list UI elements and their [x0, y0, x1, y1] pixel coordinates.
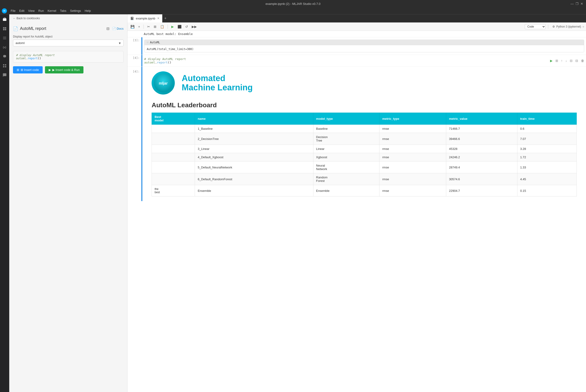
- menu-file[interactable]: File: [9, 8, 18, 14]
- menu-edit[interactable]: Edit: [18, 8, 26, 14]
- row-3-metric-type: rmse: [379, 145, 446, 153]
- row-6-metric-type: rmse: [379, 173, 446, 185]
- row-3-model-type: Linear: [313, 145, 379, 153]
- delete-cell-btn[interactable]: 🗑: [580, 58, 585, 63]
- notebook-tab-active[interactable]: 📓 example.ipynb ✕: [128, 14, 163, 22]
- row-4-best: [152, 153, 195, 162]
- row-6-metric-value: 30574.6: [446, 173, 517, 185]
- files-activity-icon[interactable]: [2, 16, 8, 23]
- insert-run-button[interactable]: ▶ ▶ Insert code & Run: [45, 66, 84, 74]
- menu-view[interactable]: View: [26, 8, 37, 14]
- row-1-name: 1_Baseline: [195, 125, 313, 133]
- stop-button[interactable]: ⬛: [176, 24, 183, 29]
- restart-button[interactable]: ↺: [184, 24, 189, 29]
- row-7-best: thebest: [152, 185, 195, 196]
- toolbar-separator-1: [144, 24, 144, 29]
- run-cell-btn[interactable]: ▶: [549, 58, 553, 63]
- back-to-cookbooks[interactable]: ← Back to cookbooks: [9, 14, 127, 22]
- cell-type-select[interactable]: Code Markdown Raw: [525, 24, 546, 29]
- kernel-name: Python 3 (ipykernel): [556, 25, 581, 28]
- left-panel: ← Back to cookbooks 📄 AutoML report ⊟ 📄 …: [9, 14, 128, 392]
- cell-4-parens: (): [168, 61, 172, 64]
- toolbar-separator-2: [168, 24, 168, 29]
- menu-kernel[interactable]: Kernel: [46, 8, 58, 14]
- row-4-name: 4_Default_Xgboost: [195, 153, 313, 162]
- row-5-best: [152, 162, 195, 173]
- menu-run[interactable]: Run: [37, 8, 46, 14]
- add-cell-button[interactable]: +: [137, 24, 141, 29]
- row-7-model-type: Ensemble: [313, 185, 379, 196]
- notebook-toolbar: 💾 + ✂ ⊞ 📋 ▶ ⬛ ↺ ▶▶ Code Markdown Raw ⚙ P…: [128, 22, 586, 31]
- variables-activity-icon[interactable]: {x}: [2, 44, 8, 50]
- row-7-name: Ensemble: [195, 185, 313, 196]
- mljar-automated-text: Automated: [182, 74, 253, 83]
- tooltip-content: AutoML(total_time_limit=300): [147, 46, 581, 51]
- table-row: 4_Default_Xgboost Xgboost rmse 24246.2 1…: [152, 153, 577, 162]
- docs-link[interactable]: 📄 Docs: [112, 26, 124, 31]
- cell-4-number: [4]:: [133, 56, 140, 60]
- row-3-best: [152, 145, 195, 153]
- leaderboard-title: AutoML Leaderboard: [152, 102, 577, 109]
- row-5-metric-type: rmse: [379, 162, 446, 173]
- row-1-metric-type: rmse: [379, 125, 446, 133]
- row-6-name: 6_Default_RandomForest: [195, 173, 313, 185]
- list-activity-icon[interactable]: [2, 35, 8, 41]
- cell-4-body[interactable]: # display AutoML report automl.report(): [142, 55, 548, 66]
- row-2-train-time: 7.07: [517, 133, 577, 145]
- cell-4-actions: ▶ ⊞ ↑ ↓ ⊟ ⊟ 🗑: [548, 55, 586, 66]
- insert-code-button[interactable]: ⊞ ⊞ Insert code: [13, 66, 43, 74]
- automl-select[interactable]: automl: [13, 40, 124, 46]
- insert-run-label: ▶ Insert code & Run: [52, 68, 80, 72]
- copy-button[interactable]: ⊞: [153, 24, 158, 29]
- menu-tabs[interactable]: Tabs: [58, 8, 68, 14]
- copy-cell-btn[interactable]: ⊞: [554, 58, 559, 63]
- grid-activity-icon[interactable]: [2, 26, 8, 32]
- cell-4-dot: .: [155, 61, 157, 64]
- button-row: ⊞ ⊞ Insert code ▶ ▶ Insert code & Run: [13, 66, 124, 74]
- minimize-button[interactable]: —: [570, 2, 574, 6]
- collapse-icon[interactable]: ⊟: [106, 26, 110, 31]
- col-metric-value: metric_value: [446, 113, 517, 125]
- table-row-best: thebest Ensemble Ensemble rmse 22904.7 0…: [152, 185, 577, 196]
- chat-activity-icon[interactable]: [2, 72, 8, 78]
- close-button[interactable]: ✕: [580, 2, 583, 6]
- add-after-btn[interactable]: ⊟: [574, 58, 579, 63]
- row-2-metric-value: 39466.6: [446, 133, 517, 145]
- paste-button[interactable]: 📋: [159, 24, 165, 29]
- row-7-metric-type: rmse: [379, 185, 446, 196]
- restart-run-button[interactable]: ▶▶: [191, 24, 198, 29]
- move-up-btn[interactable]: ↑: [560, 58, 563, 63]
- move-down-btn[interactable]: ↓: [564, 58, 568, 63]
- kernel-settings-icon[interactable]: ⚙: [552, 25, 555, 28]
- row-6-model-type: RandomForest: [313, 173, 379, 185]
- notebook-content[interactable]: AutoML best model: Ensemble [3]: AutoML …: [128, 31, 586, 392]
- save-button[interactable]: 💾: [129, 24, 136, 29]
- menu-settings[interactable]: Settings: [68, 8, 83, 14]
- menu-help[interactable]: Help: [83, 8, 93, 14]
- tab-close-icon[interactable]: ✕: [157, 17, 160, 20]
- cell-4-output-body: mljar Automated Machine Learning AutoML …: [142, 67, 586, 201]
- panel-title-text: AutoML report: [20, 26, 46, 31]
- row-4-metric-value: 24246.2: [446, 153, 517, 162]
- cell-3-tooltip: AutoML AutoML(total_time_limit=300): [144, 40, 584, 52]
- database-activity-icon[interactable]: [2, 53, 8, 60]
- cell-3-number: [3]:: [133, 39, 140, 42]
- row-7-train-time: 0.15: [517, 185, 577, 196]
- restore-button[interactable]: ❐: [575, 2, 578, 6]
- row-1-metric-value: 71466.7: [446, 125, 517, 133]
- menu-bar: m File Edit View Run Kernel Tabs Setting…: [0, 8, 586, 14]
- cut-button[interactable]: ✂: [146, 24, 151, 29]
- svg-text:mljar: mljar: [159, 81, 168, 85]
- svg-rect-1: [3, 64, 4, 65]
- row-2-model-type: DecisionTree: [313, 133, 379, 145]
- row-3-train-time: 3.28: [517, 145, 577, 153]
- mljar-ml-text: Machine Learning: [182, 83, 253, 92]
- app-logo: m: [2, 8, 7, 14]
- table-row: 5_Default_NeuralNetwork NeuralNetwork rm…: [152, 162, 577, 173]
- add-before-btn[interactable]: ⊟: [569, 58, 573, 63]
- code-method: report: [28, 57, 38, 60]
- store-activity-icon[interactable]: [2, 62, 8, 69]
- tab-add-button[interactable]: +: [163, 16, 168, 20]
- code-parens: (): [38, 57, 41, 60]
- run-cell-button[interactable]: ▶: [170, 24, 175, 29]
